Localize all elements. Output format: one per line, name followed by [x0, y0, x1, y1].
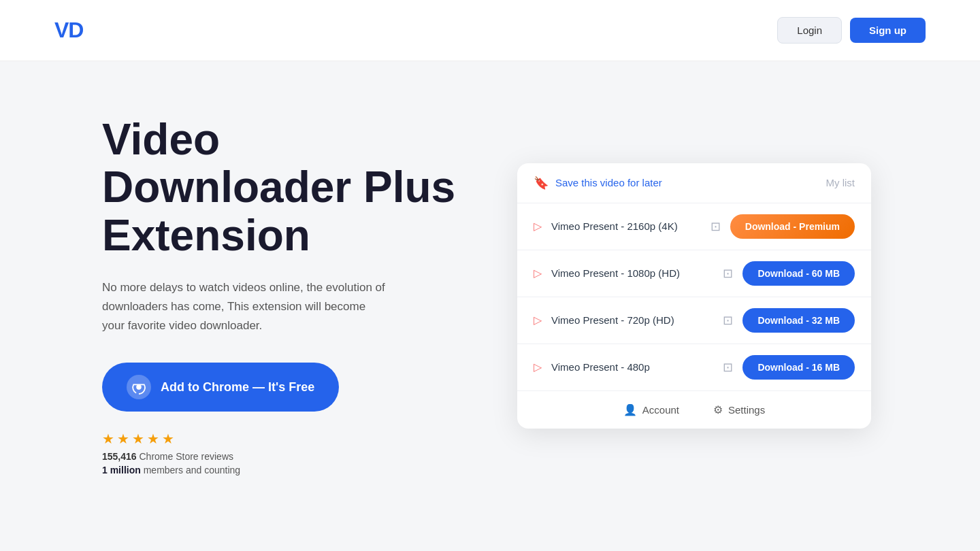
review-suffix: Chrome Store reviews [140, 451, 234, 462]
account-icon: 👤 [623, 403, 637, 416]
video-row: ▷ Vimeo Present - 2160p (4K) ⊡ Download … [517, 203, 871, 250]
video-info: ▷ Vimeo Present - 480p [534, 361, 650, 373]
video-actions: ⊡ Download - 32 MB [723, 308, 855, 333]
settings-icon: ⚙ [713, 403, 723, 416]
video-row: ▷ Vimeo Present - 1080p (HD) ⊡ Download … [517, 250, 871, 297]
video-label: Vimeo Present - 720p (HD) [551, 314, 674, 326]
video-row: ▷ Vimeo Present - 720p (HD) ⊡ Download -… [517, 297, 871, 344]
star-1: ★ [102, 431, 114, 447]
video-label: Vimeo Present - 480p [551, 361, 650, 373]
star-5: ★ [162, 431, 174, 447]
star-rating: ★ ★ ★ ★ ★ [102, 431, 470, 447]
play-icon: ▷ [534, 314, 542, 327]
social-proof: ★ ★ ★ ★ ★ 155,416 Chrome Store reviews 1… [102, 431, 470, 475]
download-4k-button[interactable]: Download - Premium [730, 214, 855, 239]
play-icon: ▷ [534, 361, 542, 373]
extension-header: 🔖 Save this video for later My list [517, 163, 871, 203]
mylist-link[interactable]: My list [826, 177, 855, 188]
header-actions: Login Sign up [777, 17, 926, 44]
members-count: 1 million [102, 465, 141, 475]
download-480p-button[interactable]: Download - 16 MB [742, 355, 855, 380]
video-label: Vimeo Present - 2160p (4K) [551, 220, 678, 232]
members-text: 1 million members and counting [102, 465, 470, 475]
star-4: ★ [147, 431, 159, 447]
reviews-text: 155,416 Chrome Store reviews [102, 451, 470, 462]
hero-description: No more delays to watch videos online, t… [102, 278, 388, 335]
video-actions: ⊡ Download - Premium [710, 214, 855, 239]
video-info: ▷ Vimeo Present - 1080p (HD) [534, 267, 680, 280]
hero-section: Video Downloader Plus Extension No more … [102, 116, 470, 475]
settings-link[interactable]: ⚙ Settings [713, 403, 765, 416]
chrome-icon [127, 375, 151, 399]
video-info: ▷ Vimeo Present - 720p (HD) [534, 314, 674, 327]
hero-title: Video Downloader Plus Extension [102, 116, 470, 259]
bookmark-icon: 🔖 [534, 176, 549, 190]
cta-label: Add to Chrome — It's Free [161, 380, 314, 395]
members-suffix: members and counting [144, 465, 240, 475]
download-720p-button[interactable]: Download - 32 MB [742, 308, 855, 333]
signup-button[interactable]: Sign up [850, 18, 926, 43]
extension-footer: 👤 Account ⚙ Settings [517, 391, 871, 429]
account-link[interactable]: 👤 Account [623, 403, 679, 416]
add-to-chrome-button[interactable]: Add to Chrome — It's Free [102, 363, 339, 412]
settings-label: Settings [728, 404, 765, 416]
cast-icon: ⊡ [723, 266, 733, 281]
login-button[interactable]: Login [777, 17, 842, 44]
save-section: 🔖 Save this video for later [534, 176, 662, 190]
save-text: Save this video for later [555, 177, 662, 188]
video-row: ▷ Vimeo Present - 480p ⊡ Download - 16 M… [517, 344, 871, 391]
play-icon: ▷ [534, 220, 542, 233]
star-2: ★ [117, 431, 129, 447]
logo: VD [54, 18, 83, 43]
video-info: ▷ Vimeo Present - 2160p (4K) [534, 220, 678, 233]
cast-icon: ⊡ [710, 219, 721, 234]
review-count: 155,416 [102, 451, 137, 462]
video-actions: ⊡ Download - 60 MB [723, 261, 855, 286]
star-3: ★ [132, 431, 144, 447]
download-1080p-button[interactable]: Download - 60 MB [742, 261, 855, 286]
cast-icon: ⊡ [723, 313, 733, 328]
play-icon: ▷ [534, 267, 542, 280]
main-content: Video Downloader Plus Extension No more … [0, 61, 980, 516]
extension-card: 🔖 Save this video for later My list ▷ Vi… [517, 163, 871, 429]
header: VD Login Sign up [0, 0, 980, 61]
account-label: Account [642, 404, 679, 416]
video-actions: ⊡ Download - 16 MB [723, 355, 855, 380]
video-label: Vimeo Present - 1080p (HD) [551, 267, 680, 279]
extension-preview: 🔖 Save this video for later My list ▷ Vi… [510, 163, 878, 429]
cast-icon: ⊡ [723, 360, 733, 375]
